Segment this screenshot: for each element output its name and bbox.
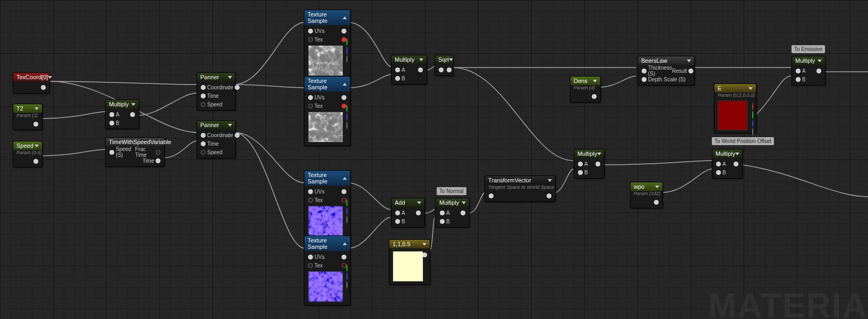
output-pin-g[interactable]: [346, 264, 347, 272]
input-pin-b[interactable]: [578, 170, 583, 175]
output-pin-b[interactable]: [346, 207, 347, 215]
output-pin[interactable]: [547, 194, 551, 198]
output-pin[interactable]: [130, 112, 135, 117]
output-pin[interactable]: [461, 211, 465, 215]
input-pin-a[interactable]: [578, 162, 583, 166]
node-t2-param[interactable]: T2 Param (1): [13, 104, 42, 130]
output-pin[interactable]: [33, 122, 38, 127]
input-pin-tex[interactable]: [308, 263, 313, 268]
input-pin-uvs[interactable]: [308, 95, 313, 100]
node-panner-1[interactable]: Panner Coordinate Time Speed: [197, 72, 236, 111]
input-pin[interactable]: [201, 102, 206, 107]
node-dens-param[interactable]: Dens Param (4): [570, 76, 601, 103]
output-pin[interactable]: [688, 69, 693, 73]
input-pin[interactable]: [489, 194, 493, 198]
input-pin-uvs[interactable]: [308, 189, 313, 194]
comment-to-emissive[interactable]: To Emissive: [792, 45, 825, 53]
input-pin-a[interactable]: [395, 68, 400, 72]
output-pin-a[interactable]: [346, 281, 347, 289]
node-multiply-1[interactable]: Multiply A B: [105, 99, 139, 129]
output-pin-b[interactable]: [346, 113, 347, 121]
output-pin-b[interactable]: [346, 47, 347, 54]
output-pin-g[interactable]: [752, 111, 753, 119]
output-pin-a[interactable]: [346, 216, 347, 223]
output-pin[interactable]: [734, 162, 738, 166]
node-multiply-4[interactable]: Multiply A B: [436, 198, 470, 228]
output-pin[interactable]: [156, 158, 160, 163]
output-pin[interactable]: [156, 150, 160, 155]
input-pin[interactable]: [201, 94, 206, 98]
output-pin[interactable]: [235, 133, 240, 138]
output-pin-b[interactable]: [346, 273, 347, 280]
node-multiply-5[interactable]: Multiply A B: [574, 149, 605, 179]
node-transform-vector[interactable]: TransformVector Tangent Space to World S…: [484, 175, 556, 202]
input-pin[interactable]: [439, 68, 444, 72]
node-sqrt[interactable]: Sqrt: [435, 55, 454, 76]
input-pin-a[interactable]: [109, 112, 114, 117]
input-pin-uvs[interactable]: [308, 255, 313, 259]
node-texture-sample-2[interactable]: Texture Sample UVs Tex: [304, 76, 351, 146]
input-pin-tex[interactable]: [308, 104, 313, 108]
input-pin[interactable]: [201, 133, 206, 138]
output-pin-a[interactable]: [346, 122, 347, 129]
output-pin-a[interactable]: [346, 55, 347, 63]
output-pin[interactable]: [418, 68, 423, 72]
output-pin[interactable]: [342, 189, 346, 194]
input-pin-a[interactable]: [796, 69, 801, 73]
output-pin[interactable]: [816, 69, 821, 73]
output-pin-a[interactable]: [752, 128, 753, 136]
input-pin-b[interactable]: [440, 219, 445, 224]
node-e-param[interactable]: E Param (0,2,0,0,0): [714, 83, 756, 133]
input-pin[interactable]: [642, 77, 646, 82]
input-pin-tex[interactable]: [308, 37, 313, 42]
output-pin[interactable]: [422, 253, 427, 257]
output-pin[interactable]: [447, 68, 452, 72]
input-pin-uvs[interactable]: [308, 29, 313, 33]
input-pin[interactable]: [201, 141, 206, 146]
input-pin-a[interactable]: [395, 211, 400, 215]
input-pin-b[interactable]: [395, 76, 400, 81]
input-pin[interactable]: [642, 69, 646, 73]
node-panner-2[interactable]: Panner Coordinate Time Speed: [197, 120, 236, 158]
output-pin-g[interactable]: [346, 199, 347, 206]
output-pin[interactable]: [595, 162, 600, 166]
node-texcoord[interactable]: TexCoord[0]: [13, 72, 50, 94]
node-multiply-3[interactable]: Multiply A B: [792, 56, 826, 86]
output-pin-g[interactable]: [346, 105, 347, 112]
input-pin-b[interactable]: [109, 121, 114, 125]
output-pin[interactable]: [342, 29, 346, 33]
output-pin[interactable]: [33, 159, 38, 164]
output-pin-g[interactable]: [346, 38, 347, 46]
node-wpo-param[interactable]: wpo Param (192): [630, 182, 663, 208]
input-pin-a[interactable]: [716, 162, 721, 166]
output-pin[interactable]: [592, 94, 597, 99]
output-pin[interactable]: [235, 85, 240, 90]
input-pin-b[interactable]: [796, 77, 801, 82]
node-time-with-speed[interactable]: TimeWithSpeedVariable Speed (S)Frac Time…: [105, 137, 165, 167]
node-constant3[interactable]: 1,1,0.5: [389, 239, 430, 285]
node-speed-param[interactable]: Speed Param (0.6): [13, 141, 42, 167]
node-beerslaw[interactable]: BeersLaw Thickness (S)Result Depth Scale…: [637, 56, 695, 86]
input-pin[interactable]: [201, 150, 206, 155]
input-pin[interactable]: [109, 150, 114, 155]
output-pin-r[interactable]: [752, 103, 753, 110]
input-pin-b[interactable]: [716, 170, 721, 175]
node-multiply-6[interactable]: Multiply A B: [712, 149, 743, 179]
output-pin-b[interactable]: [752, 120, 753, 127]
output-pin[interactable]: [654, 200, 659, 205]
node-texture-sample-4[interactable]: Texture Sample UVs Tex: [304, 236, 351, 306]
node-add[interactable]: Add A B: [391, 198, 425, 228]
node-texture-sample-1[interactable]: Texture Sample UVs Tex: [304, 10, 351, 80]
comment-to-normal[interactable]: To Normal: [437, 187, 466, 195]
output-pin[interactable]: [41, 85, 46, 90]
input-pin[interactable]: [201, 85, 206, 90]
input-pin-a[interactable]: [440, 211, 445, 215]
node-texture-sample-3[interactable]: Texture Sample UVs Tex: [304, 170, 351, 240]
input-pin-tex[interactable]: [308, 198, 313, 203]
node-multiply-2[interactable]: Multiply A B: [391, 55, 427, 85]
output-pin[interactable]: [342, 95, 346, 100]
output-pin[interactable]: [342, 255, 346, 259]
comment-to-wpo[interactable]: To World Position Offset: [712, 137, 774, 145]
input-pin-b[interactable]: [395, 219, 400, 224]
output-pin[interactable]: [416, 211, 421, 215]
